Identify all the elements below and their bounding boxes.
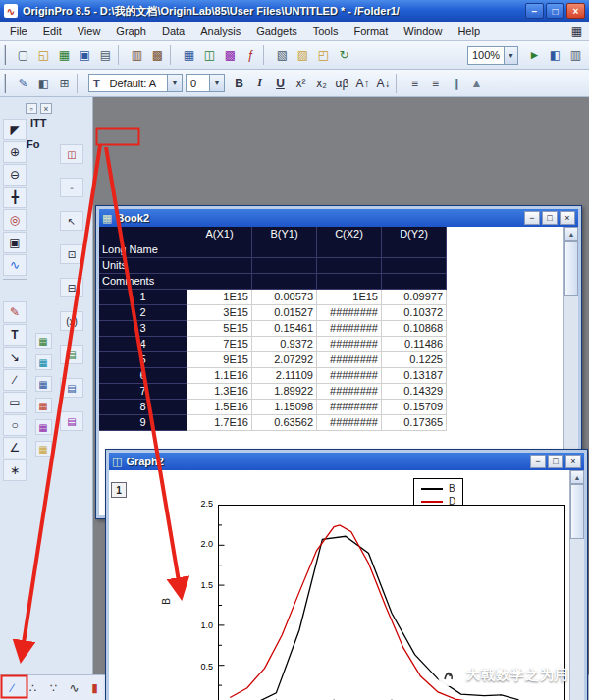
worksheet-cell[interactable]	[317, 242, 382, 258]
layer-blue-icon[interactable]: ▤	[60, 378, 83, 398]
row-header[interactable]: 9	[99, 415, 187, 431]
line-tool[interactable]: ∕	[3, 369, 27, 391]
layer-purple-icon[interactable]: ▤	[60, 411, 83, 431]
worksheet-cell[interactable]: 0.17365	[382, 415, 447, 431]
polyline-tool[interactable]: ∠	[3, 437, 27, 458]
freehand-tool[interactable]: ∗	[3, 459, 27, 481]
new-matrix-button[interactable]: ▩	[220, 45, 241, 65]
menu-item[interactable]: View	[70, 24, 109, 39]
chevron-down-icon[interactable]: ▼	[504, 47, 517, 64]
row-header[interactable]: 2	[99, 305, 187, 321]
new-project-button[interactable]: ▢	[13, 45, 33, 65]
worksheet-cell[interactable]: 0.11486	[382, 337, 447, 352]
worksheet-cell[interactable]: ########	[317, 321, 382, 337]
graph2-title-bar[interactable]: ◫ Graph2 − □ ×	[109, 453, 584, 470]
row-header[interactable]: 7	[99, 384, 187, 400]
menu-item[interactable]: Data	[154, 24, 192, 39]
row-header[interactable]: 5	[99, 352, 187, 368]
row-header[interactable]: 1	[99, 290, 187, 305]
worksheet-cell[interactable]	[382, 242, 447, 258]
subscript-button[interactable]: x₂	[311, 74, 332, 93]
draw-tool[interactable]: ✎	[3, 301, 27, 323]
underline-button[interactable]: U	[270, 74, 291, 93]
font-size-combobox[interactable]: 0 ▼	[186, 74, 225, 92]
new-graph-button[interactable]: ◫	[199, 45, 220, 65]
chevron-down-icon[interactable]: ▼	[167, 75, 182, 91]
worksheet-cell[interactable]: ########	[317, 415, 382, 431]
worksheet-cell[interactable]: 2.11109	[252, 368, 317, 384]
open-excel-button[interactable]: ▦	[54, 45, 75, 65]
scrollbar-thumb[interactable]	[570, 484, 584, 539]
graph-window-icon[interactable]: ◫	[60, 144, 83, 164]
zoom-out-tool[interactable]: ⊖	[3, 164, 27, 186]
worksheet-cell[interactable]: 0.13187	[382, 368, 447, 384]
mini-layout-icon[interactable]: ▦	[35, 398, 52, 413]
font-decrease-button[interactable]: A↓	[373, 74, 394, 93]
import-wizard-button[interactable]: ▥	[127, 45, 147, 65]
row-header[interactable]: Comments	[99, 274, 187, 290]
minimize-button[interactable]: −	[525, 3, 544, 19]
scatter-plot-tool[interactable]: ∴	[23, 678, 43, 698]
worksheet-cell[interactable]: 0.14329	[382, 384, 447, 400]
worksheet-cell[interactable]	[252, 258, 317, 274]
align-center-button[interactable]: ≡	[425, 74, 446, 93]
column-plot-tool[interactable]: ▮	[84, 678, 105, 698]
worksheet-cell[interactable]: ########	[317, 384, 382, 400]
worksheet-cell[interactable]: 1E15	[187, 290, 252, 305]
worksheet-cell[interactable]: ########	[317, 305, 382, 321]
scroll-up-button[interactable]: ▲	[570, 470, 584, 484]
font-combobox[interactable]: T Default: A ▼	[88, 74, 183, 92]
column-header[interactable]: A(X1)	[187, 227, 252, 242]
data-reader-tool[interactable]: ▣	[3, 232, 27, 253]
minimize-button[interactable]: −	[524, 211, 540, 225]
worksheet-cell[interactable]	[187, 274, 252, 290]
font-increase-button[interactable]: A↑	[352, 74, 373, 93]
worksheet-cell[interactable]: ########	[317, 352, 382, 368]
worksheet-cell[interactable]	[187, 258, 252, 274]
worksheet-cell[interactable]: 0.01527	[252, 305, 317, 321]
worksheet-cell[interactable]: 0.9372	[252, 337, 317, 352]
worksheet-cell[interactable]: 1.89922	[252, 384, 317, 400]
open-button[interactable]: ◱	[33, 45, 54, 65]
refresh-button[interactable]: ↻	[334, 45, 354, 65]
row-header[interactable]: 6	[99, 368, 187, 384]
greek-button[interactable]: αβ	[332, 74, 352, 93]
rectangle-tool[interactable]: ▭	[3, 392, 27, 413]
script-window-button[interactable]: ►	[524, 45, 545, 65]
close-button[interactable]: ×	[560, 211, 575, 225]
menu-item[interactable]: File	[2, 24, 35, 39]
rescale-icon[interactable]: ⊟	[60, 278, 83, 297]
new-workbook-button[interactable]: ▦	[179, 45, 199, 65]
data-selector-tool[interactable]: ∿	[3, 254, 27, 276]
row-header[interactable]: 4	[99, 337, 187, 352]
project-explorer-button[interactable]: ◧	[545, 45, 565, 65]
new-layout-button[interactable]: ▧	[272, 45, 293, 65]
worksheet-cell[interactable]: 0.00573	[252, 290, 317, 305]
line-plot-tool[interactable]: ∕	[2, 678, 23, 698]
worksheet-cell[interactable]: 5E15	[187, 321, 252, 337]
dock-pin-button[interactable]: ▫	[26, 103, 37, 114]
superscript-button[interactable]: x²	[291, 74, 311, 93]
new-notes-button[interactable]: ▨	[293, 45, 313, 65]
print-button[interactable]: ▤	[95, 45, 116, 65]
custom-routine-button[interactable]: ▦	[566, 22, 587, 41]
worksheet-cell[interactable]: ########	[317, 400, 382, 415]
maximize-button[interactable]: □	[546, 3, 564, 19]
mini-layout-icon[interactable]: ▦	[35, 441, 52, 457]
worksheet-cell[interactable]: 9E15	[187, 352, 252, 368]
save-project-button[interactable]: ▣	[75, 45, 95, 65]
mini-layout-icon[interactable]: ▦	[35, 333, 52, 349]
toolbar-grip[interactable]	[4, 74, 8, 93]
import-ascii-button[interactable]: ▩	[147, 45, 168, 65]
zoom-combobox[interactable]: 100% ▼	[467, 46, 518, 65]
worksheet-cell[interactable]: 0.09977	[382, 290, 447, 305]
align-left-button[interactable]: ≡	[404, 74, 425, 93]
layer-1-button[interactable]: 1	[111, 482, 127, 498]
arrow-tool[interactable]: ↘	[3, 347, 27, 368]
worksheet-cell[interactable]	[382, 258, 447, 274]
worksheet-cell[interactable]: 1.3E16	[187, 384, 252, 400]
worksheet-corner-cell[interactable]	[99, 227, 187, 242]
zoom-panel-icon[interactable]: ⊡	[60, 244, 83, 264]
worksheet-cell[interactable]: 2.07292	[252, 352, 317, 368]
dot-plot-tool[interactable]: ∵	[43, 678, 64, 698]
